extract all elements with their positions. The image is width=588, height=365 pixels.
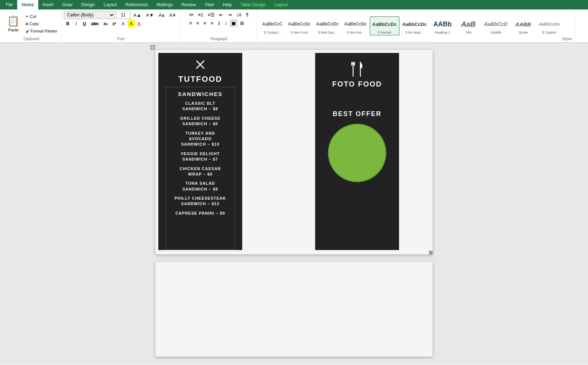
paste-button[interactable]: 📋 Paste (4, 13, 23, 34)
decrease-indent-button[interactable]: ⇤ (217, 11, 225, 19)
superscript-button[interactable]: x² (110, 20, 119, 27)
style-name-normal: ¶ Normal (378, 31, 391, 34)
menu-header-left: TUTFOOD (175, 53, 226, 87)
style-preview-contact: AaBbCcC (262, 18, 282, 31)
style-name-title: Title (465, 31, 472, 34)
style-item-itemna[interactable]: AaBbCcDc ¶ Item Na... (342, 16, 370, 35)
page-2 (155, 262, 433, 357)
align-left-button[interactable]: ≡ (187, 19, 194, 27)
increase-indent-button[interactable]: ⇥ (226, 11, 233, 19)
fork-knife-icon (348, 60, 366, 80)
style-item-quote[interactable]: AABB Quote (510, 16, 536, 35)
clipboard-small-buttons: Cut Copy Format Painter (24, 13, 59, 34)
justify-button[interactable]: ≡ (209, 19, 215, 27)
style-preview-itemdes: AaBbCcDc (316, 18, 339, 31)
style-item-contact[interactable]: AaBbCcC ¶ Contact... (259, 16, 285, 35)
style-name-itemcost: ¶ Item Cost (291, 31, 308, 34)
menu-item-3: VEGGIE DELIGHTSANDWICH – $7 (181, 151, 220, 162)
style-item-caption[interactable]: AaBbCcDe ¶ Caption (536, 16, 562, 35)
tab-mailings[interactable]: Mailings (152, 0, 177, 9)
styles-scroll: AaBbCcC ¶ Contact... AaBbCcDc ¶ Item Cos… (259, 16, 562, 35)
style-preview-normal: AaBbCcDc (372, 18, 397, 31)
style-item-nospace[interactable]: AaBbCcDc ¶ No Spac... (400, 16, 429, 35)
font-case-button[interactable]: Aa (157, 11, 166, 19)
tab-help[interactable]: Help (218, 0, 236, 9)
align-center-button[interactable]: ≡ (194, 19, 201, 27)
menu-item-2: TURKEY ANDAVOCADOSANDWICH – $10 (181, 131, 219, 147)
style-preview-itemna: AaBbCcDc (344, 18, 367, 31)
copy-button[interactable]: Copy (24, 20, 59, 27)
page-resize-handle[interactable] (429, 251, 433, 254)
font-group: Calibri (Body) A▲ A▼ Aa A✕ B I U abc x₂ (62, 10, 181, 42)
para-row-2: ≡ ≡ ≡ ≡ ⫿ ↕ ◼ ⊞ (187, 19, 246, 27)
tab-draw[interactable]: Draw (58, 0, 77, 9)
shading-button[interactable]: ◼ (230, 19, 237, 27)
styles-label: Styles (562, 36, 572, 41)
menu-section: SANDWICHES CLASSIC BLTSANDWICH – $8 GRIL… (166, 87, 235, 250)
style-preview-title: AaB (461, 18, 476, 31)
style-item-subtitle[interactable]: AaBbCcD Subtitle (481, 16, 510, 35)
tab-design[interactable]: Design (77, 0, 99, 9)
paste-icon: 📋 (7, 15, 20, 27)
style-preview-subtitle: AaBbCcD (484, 18, 508, 31)
bullets-button[interactable]: ≡• (187, 11, 196, 19)
text-effect-button[interactable]: A (120, 20, 127, 27)
cut-button[interactable]: Cut (24, 13, 59, 20)
style-item-title[interactable]: AaB Title (456, 16, 481, 35)
subscript-button[interactable]: x₂ (101, 20, 110, 27)
font-color-button[interactable]: A (136, 20, 143, 27)
font-shrink-button[interactable]: A▼ (144, 11, 156, 19)
style-preview-heading1: AABb (433, 18, 452, 31)
style-preview-itemcost: AaBbCcDc (288, 18, 310, 31)
line-spacing-button[interactable]: ↕ (223, 19, 229, 27)
paragraph-label: Paragraph (210, 36, 228, 41)
font-row-2: B I U abc x₂ x² A A A (64, 20, 143, 27)
align-right-button[interactable]: ≡ (202, 19, 208, 27)
font-grow-button[interactable]: A▲ (132, 11, 143, 19)
tab-view[interactable]: View (200, 0, 218, 9)
style-item-normal[interactable]: AaBbCcDc ¶ Normal (370, 16, 399, 35)
menu-title-left: TUTFOOD (178, 74, 222, 84)
highlight-button[interactable]: A (128, 20, 135, 27)
tab-layout-ctx[interactable]: Layout (270, 0, 292, 9)
style-item-itemdes[interactable]: AaBbCcDc ¶ Item Des... (314, 16, 341, 35)
show-marks-button[interactable]: ¶ (244, 11, 250, 19)
menu-cross-icon (194, 59, 206, 73)
clear-format-button[interactable]: A✕ (167, 11, 178, 19)
bold-button[interactable]: B (64, 20, 72, 27)
tab-references[interactable]: References (121, 0, 152, 9)
style-item-itemcost[interactable]: AaBbCcDc ¶ Item Cost (285, 16, 313, 35)
tab-home[interactable]: Home (17, 0, 38, 9)
table-expand-button[interactable]: ✛ (150, 45, 155, 50)
multilevel-button[interactable]: ≡☰ (206, 11, 217, 19)
font-face-select[interactable]: Calibri (Body) (64, 11, 115, 19)
tab-layout[interactable]: Layout (99, 0, 121, 9)
style-name-contact: ¶ Contact... (264, 31, 281, 34)
numbering-button[interactable]: ≡1 (196, 11, 205, 19)
font-controls: Calibri (Body) A▲ A▼ Aa A✕ B I U abc x₂ (64, 11, 178, 36)
sort-button[interactable]: ↕A (234, 11, 243, 19)
tab-insert[interactable]: Insert (38, 0, 58, 9)
menu-item-7: CAPRESE PANINI – $9 (175, 211, 225, 216)
font-size-input[interactable] (116, 11, 131, 19)
borders-button[interactable]: ⊞ (238, 19, 246, 27)
document-area: ✛ TUTFOOD SANDWICHES CLASSIC BLTSANDWICH… (0, 43, 588, 364)
strikethrough-button[interactable]: abc (89, 20, 101, 27)
italic-button[interactable]: I (72, 20, 80, 27)
format-painter-button[interactable]: Format Painter (24, 28, 59, 34)
tab-table-design[interactable]: Table Design (236, 0, 270, 9)
ribbon: File Home Insert Draw Design Layout Refe… (0, 0, 588, 43)
tab-review[interactable]: Review (177, 0, 200, 9)
copy-icon (26, 22, 30, 26)
style-item-heading1[interactable]: AABb Heading 1 (430, 16, 455, 35)
column-button[interactable]: ⫿ (216, 19, 222, 27)
food-title: FOTO FOOD (332, 80, 382, 88)
menu-section-title: SANDWICHES (178, 91, 223, 97)
style-preview-nospace: AaBbCcDc (402, 18, 427, 31)
style-name-itemdes: ¶ Item Des... (318, 31, 337, 34)
style-name-nospace: ¶ No Spac... (406, 31, 423, 34)
style-name-quote: Quote (519, 31, 528, 34)
tab-file[interactable]: File (1, 0, 17, 9)
underline-button[interactable]: U (81, 20, 89, 27)
cut-icon (26, 14, 30, 19)
